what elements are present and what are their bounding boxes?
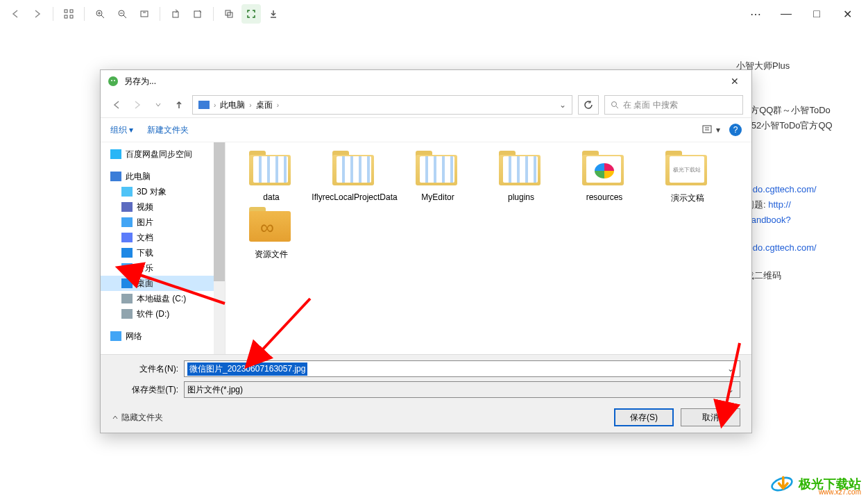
folder-label: MyEditor: [421, 192, 454, 202]
tree-item-music[interactable]: 音乐: [101, 260, 225, 276]
new-folder-button[interactable]: 新建文件夹: [147, 124, 189, 136]
filename-input[interactable]: 微信图片_20230607163057.jpg ⌄: [184, 360, 740, 377]
wechat-icon: [108, 76, 119, 87]
fullscreen-icon[interactable]: [241, 4, 261, 24]
fit-icon[interactable]: [135, 4, 154, 24]
folder-label: plugins: [508, 192, 534, 202]
svg-point-13: [114, 80, 115, 81]
nav-back-button[interactable]: [109, 97, 124, 112]
svg-point-14: [612, 102, 617, 107]
folder-icon: [330, 151, 380, 190]
filetype-label: 保存类型(T):: [112, 384, 184, 396]
folder-icon: [579, 151, 629, 190]
tree-item-video[interactable]: 视频: [101, 199, 225, 215]
chevron-right-icon: ›: [249, 101, 251, 109]
tree-item-downloads[interactable]: 下载: [101, 245, 225, 260]
breadcrumb-desktop[interactable]: 桌面: [256, 99, 273, 111]
file-list: dataIflyrecLocalProjectDataMyEditorplugi…: [225, 142, 751, 354]
bg-title: 小智大师Plus: [736, 58, 854, 74]
tree-item-baidu[interactable]: 百度网盘同步空间: [101, 147, 225, 162]
back-button[interactable]: [6, 4, 25, 24]
help-button[interactable]: ?: [729, 124, 742, 136]
search-input[interactable]: 在 桌面 中搜索: [604, 95, 743, 115]
minimize-button[interactable]: —: [771, 3, 801, 24]
folder-item[interactable]: resources: [567, 151, 642, 204]
rotate-icon[interactable]: [166, 4, 185, 24]
copy-icon[interactable]: [219, 4, 239, 24]
chevron-down-icon[interactable]: ⌄: [559, 100, 566, 110]
watermark: 极光下载站 www.xz7.com: [769, 474, 861, 494]
tree-item-pc[interactable]: 此电脑: [101, 169, 225, 184]
dialog-close-button[interactable]: ✕: [725, 76, 744, 87]
chevron-right-icon: ›: [277, 101, 279, 109]
edit-icon[interactable]: [188, 4, 207, 24]
organize-button[interactable]: 组织 ▾: [110, 124, 133, 136]
folder-label: IflyrecLocalProjectData: [312, 192, 397, 202]
svg-rect-8: [194, 11, 201, 17]
tree-item-documents[interactable]: 文档: [101, 230, 225, 245]
svg-rect-7: [173, 12, 178, 17]
watermark-url: www.xz7.com: [819, 488, 861, 496]
chevron-right-icon: ›: [214, 101, 216, 109]
folder-label: resources: [586, 192, 623, 202]
folder-label: data: [263, 192, 279, 202]
nav-up-button[interactable]: [171, 97, 187, 112]
cancel-button[interactable]: 取消: [681, 408, 740, 426]
pc-icon: [198, 101, 210, 109]
more-icon[interactable]: ⋯: [740, 3, 771, 24]
separator: [160, 7, 160, 21]
folder-item[interactable]: data: [234, 151, 309, 204]
close-button[interactable]: ✕: [832, 3, 862, 24]
apps-icon[interactable]: [59, 4, 78, 24]
separator: [53, 7, 53, 21]
refresh-button[interactable]: [578, 95, 599, 115]
save-button[interactable]: 保存(S): [614, 408, 674, 426]
filename-value: 微信图片_20230607163057.jpg: [187, 362, 307, 376]
tree-item-pictures[interactable]: 图片: [101, 215, 225, 230]
svg-rect-15: [703, 126, 711, 133]
folder-item[interactable]: IflyrecLocalProjectData: [317, 151, 392, 204]
background-text: 小智大师Plus o! o官方QQ群～小智ToDo 05452小智ToDo官方Q…: [736, 58, 854, 283]
bg-link[interactable]: http://: [768, 199, 791, 210]
svg-rect-0: [65, 10, 67, 12]
tree-item-desktop[interactable]: 桌面: [101, 276, 225, 291]
tree-item-ddisk[interactable]: 软件 (D:): [101, 306, 225, 322]
scrollbar-thumb[interactable]: [214, 142, 225, 281]
nav-recent-button[interactable]: [151, 97, 166, 112]
nav-forward-button[interactable]: [130, 97, 145, 112]
folder-label: 演示文稿: [671, 192, 704, 204]
svg-point-11: [108, 76, 118, 86]
folder-item[interactable]: 资源文件: [234, 207, 309, 260]
forward-button[interactable]: [28, 4, 47, 24]
view-options-button[interactable]: ▾: [701, 124, 721, 136]
maximize-button[interactable]: □: [801, 3, 832, 24]
svg-point-12: [111, 80, 112, 81]
chevron-down-icon[interactable]: ⌄: [724, 385, 737, 394]
folder-item[interactable]: 演示文稿: [650, 151, 725, 204]
address-bar[interactable]: › 此电脑 › 桌面 › ⌄: [192, 95, 572, 115]
zoom-out-icon[interactable]: [112, 4, 132, 24]
folder-tree: 百度网盘同步空间 此电脑 3D 对象 视频 图片 文档 下载 音乐 桌面 本地磁…: [101, 142, 225, 354]
zoom-in-icon[interactable]: [90, 4, 110, 24]
filetype-select[interactable]: 图片文件(*.jpg) ⌄: [184, 381, 740, 398]
dialog-title: 另存为...: [124, 76, 156, 88]
folder-icon: [246, 207, 296, 246]
tree-item-3d[interactable]: 3D 对象: [101, 184, 225, 199]
search-placeholder: 在 桌面 中搜索: [623, 99, 678, 111]
hide-folders-toggle[interactable]: 隐藏文件夹: [112, 412, 163, 424]
filename-label: 文件名(N):: [112, 363, 184, 375]
filetype-value: 图片文件(*.jpg): [187, 384, 243, 396]
folder-item[interactable]: MyEditor: [400, 151, 475, 204]
separator: [213, 7, 214, 21]
chevron-down-icon[interactable]: ⌄: [724, 364, 737, 374]
save-as-dialog: 另存为... ✕ › 此电脑 › 桌面 › ⌄ 在 桌面 中搜索 组织 ▾ 新建…: [100, 69, 752, 433]
tree-item-network[interactable]: 网络: [101, 328, 225, 344]
download-icon[interactable]: [264, 4, 283, 24]
chevron-up-icon: [112, 414, 119, 421]
folder-icon: [246, 151, 296, 190]
folder-icon: [413, 151, 463, 190]
folder-item[interactable]: plugins: [484, 151, 559, 204]
tree-item-cdisk[interactable]: 本地磁盘 (C:): [101, 291, 225, 306]
breadcrumb-pc[interactable]: 此电脑: [220, 99, 245, 111]
folder-icon: [663, 151, 713, 190]
